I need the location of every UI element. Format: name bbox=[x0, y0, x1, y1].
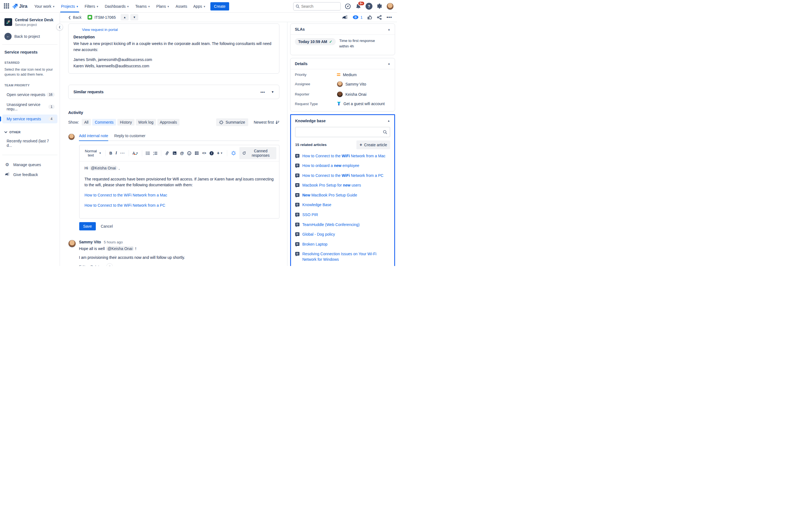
description-emails[interactable]: James Smith, jamessmith@auditsuccess.com… bbox=[73, 57, 274, 69]
nav-item-your-work[interactable]: Your work▼ bbox=[32, 0, 57, 13]
kb-article-link[interactable]: How to Connect to the WiFi Network from … bbox=[295, 173, 390, 178]
user-avatar[interactable] bbox=[387, 3, 394, 10]
detail-value[interactable]: Get a guest wifi account bbox=[337, 101, 385, 106]
italic-icon[interactable]: I bbox=[114, 150, 118, 156]
view-request-in-portal-link[interactable]: View request in portal bbox=[82, 27, 118, 32]
sla-entry[interactable]: Today 10:59 AM ✓ Time to first responsew… bbox=[295, 38, 390, 52]
queue-item-recently-resolved[interactable]: Recently resolved (last 7 d... bbox=[2, 136, 57, 150]
canned-responses-button[interactable]: Canned responses bbox=[239, 147, 276, 159]
back-button[interactable]: ❮ Back bbox=[68, 15, 81, 20]
kb-article-link[interactable]: Global - Dog policy bbox=[295, 232, 390, 237]
mention-chip[interactable]: @Keisha Onai bbox=[106, 246, 134, 251]
jira-logo[interactable]: Jira bbox=[12, 3, 27, 9]
filter-chip-work-log[interactable]: Work log bbox=[136, 119, 156, 126]
cancel-button[interactable]: Cancel bbox=[98, 222, 116, 230]
bullet-list-icon[interactable] bbox=[144, 150, 151, 156]
nav-item-projects[interactable]: Projects▼ bbox=[58, 0, 81, 13]
filter-chip-all[interactable]: All bbox=[82, 119, 91, 126]
mention-chip[interactable]: @Keisha Onai bbox=[89, 166, 117, 171]
comment-author[interactable]: Sammy Vito bbox=[79, 240, 101, 244]
detail-value[interactable]: Sammy Vito bbox=[337, 81, 366, 87]
plus-icon[interactable]: +▼ bbox=[216, 150, 224, 157]
next-issue-button[interactable]: ▼ bbox=[130, 14, 138, 20]
detail-value[interactable]: Medium bbox=[337, 73, 357, 77]
discover-compass-icon[interactable] bbox=[345, 3, 351, 10]
emoji-icon[interactable] bbox=[186, 150, 193, 156]
info-icon[interactable]: i bbox=[208, 150, 215, 156]
table-icon[interactable] bbox=[193, 150, 200, 156]
edit-comment-link[interactable]: Edit bbox=[79, 265, 85, 266]
tab-add-internal-note[interactable]: Add internal note bbox=[79, 134, 108, 140]
queue-item-open-service-requests[interactable]: Open service requests16 bbox=[2, 90, 57, 99]
knowledge-base-search[interactable] bbox=[295, 127, 390, 137]
kb-article-link[interactable]: New MacBook Pro Setup Guide bbox=[295, 193, 390, 198]
kb-article-link[interactable]: SSO PIR bbox=[295, 212, 390, 218]
global-search[interactable] bbox=[293, 2, 341, 11]
ai-improve-icon[interactable] bbox=[230, 150, 237, 156]
numbered-list-icon[interactable]: 12 bbox=[152, 150, 159, 156]
editor-link[interactable]: How to Connect to the WiFi Network from … bbox=[85, 192, 274, 198]
nav-item-assets[interactable]: Assets bbox=[173, 0, 190, 13]
create-button[interactable]: Create bbox=[210, 2, 229, 11]
other-section-toggle[interactable]: OTHER bbox=[2, 131, 57, 134]
collapse-chevron-icon[interactable]: ▲ bbox=[387, 119, 390, 122]
filter-chip-history[interactable]: History bbox=[117, 119, 134, 126]
nav-item-dashboards[interactable]: Dashboards▼ bbox=[102, 0, 131, 13]
kb-article-link[interactable]: Macbook Pro Setup for new users bbox=[295, 183, 390, 188]
sort-order-button[interactable]: Newest first bbox=[254, 120, 279, 125]
help-icon[interactable]: ? bbox=[366, 3, 372, 10]
add-reaction-icon[interactable]: ☺ bbox=[106, 263, 113, 266]
nav-item-teams[interactable]: Teams▼ bbox=[133, 0, 153, 13]
nav-item-plans[interactable]: Plans▼ bbox=[154, 0, 172, 13]
kb-search-input[interactable] bbox=[298, 130, 383, 134]
bold-icon[interactable]: B bbox=[108, 150, 113, 156]
back-to-project-link[interactable]: ← Back to project bbox=[4, 33, 57, 40]
notifications-bell-icon[interactable]: 9+ bbox=[355, 3, 362, 10]
search-input[interactable] bbox=[301, 4, 334, 8]
kb-article-link[interactable]: TeamHuddle (Web Conferencing) bbox=[295, 222, 390, 228]
vote-thumbs-up-icon[interactable] bbox=[367, 15, 372, 20]
filter-chip-comments[interactable]: Comments bbox=[92, 119, 116, 126]
save-button[interactable]: Save bbox=[79, 222, 96, 230]
previous-issue-button[interactable]: ▲ bbox=[121, 14, 129, 20]
similar-requests-expand-icon[interactable]: ▼ bbox=[271, 90, 274, 94]
kb-article-link[interactable]: Knowledge Base bbox=[295, 202, 390, 208]
nav-item-filters[interactable]: Filters▼ bbox=[82, 0, 101, 13]
kb-article-link[interactable]: Resolving Connection Issues on Your Wi-F… bbox=[295, 251, 390, 262]
kb-article-link[interactable]: How to onboard a new employee bbox=[295, 163, 390, 169]
text-style-dropdown[interactable]: Normal text▼ bbox=[82, 148, 103, 158]
queue-item-unassigned-service-requ-[interactable]: Unassigned service requ...1 bbox=[2, 100, 57, 113]
queue-item-my-service-requests[interactable]: My service requests4 bbox=[2, 115, 57, 124]
manage-queues-link[interactable]: ⚙Manage queues bbox=[2, 159, 57, 170]
delete-comment-link[interactable]: Delete bbox=[91, 265, 101, 266]
text-color-icon[interactable]: A▼ bbox=[131, 150, 140, 156]
summarize-button[interactable]: Summarize bbox=[216, 118, 248, 126]
mention-icon[interactable]: @ bbox=[179, 150, 185, 156]
give-feedback-link[interactable]: Give feedback bbox=[2, 170, 57, 179]
nav-item-apps[interactable]: Apps▼ bbox=[191, 0, 208, 13]
collapse-chevron-icon[interactable]: ▲ bbox=[388, 28, 390, 31]
kb-article-link[interactable]: Broken Laptop bbox=[295, 242, 390, 247]
sidebar-collapse-icon[interactable]: ❮ bbox=[56, 24, 63, 30]
collapse-chevron-icon[interactable]: ▲ bbox=[388, 62, 390, 65]
link-icon[interactable] bbox=[163, 150, 171, 156]
description-text[interactable]: We have a new project kicking off in a c… bbox=[73, 41, 274, 53]
share-icon[interactable] bbox=[377, 15, 382, 20]
filter-chip-approvals[interactable]: Approvals bbox=[158, 119, 180, 126]
kb-article-link[interactable]: How to Connect to the WiFi Network from … bbox=[295, 153, 390, 159]
editor-link[interactable]: How to Connect to the WiFi Network from … bbox=[85, 203, 274, 208]
similar-requests-more-icon[interactable]: ••• bbox=[260, 90, 265, 94]
code-icon[interactable]: <> bbox=[201, 150, 208, 156]
watchers-control[interactable]: 1 bbox=[353, 15, 363, 20]
tab-reply-to-customer[interactable]: Reply to customer bbox=[114, 134, 146, 140]
more-icon[interactable]: ··· bbox=[119, 150, 126, 156]
feedback-megaphone-icon[interactable] bbox=[342, 15, 348, 20]
app-switcher-icon[interactable] bbox=[4, 3, 10, 10]
detail-value[interactable]: Keisha Onai bbox=[337, 91, 366, 97]
settings-gear-icon[interactable] bbox=[376, 3, 383, 10]
create-article-button[interactable]: + Create article bbox=[356, 140, 390, 149]
more-actions-icon[interactable]: ••• bbox=[387, 15, 392, 20]
issue-key[interactable]: ITSM-17065 bbox=[94, 15, 116, 20]
editor-content-area[interactable]: Hi @Keisha Onai , The requested accounts… bbox=[79, 162, 279, 218]
image-icon[interactable] bbox=[171, 150, 178, 156]
